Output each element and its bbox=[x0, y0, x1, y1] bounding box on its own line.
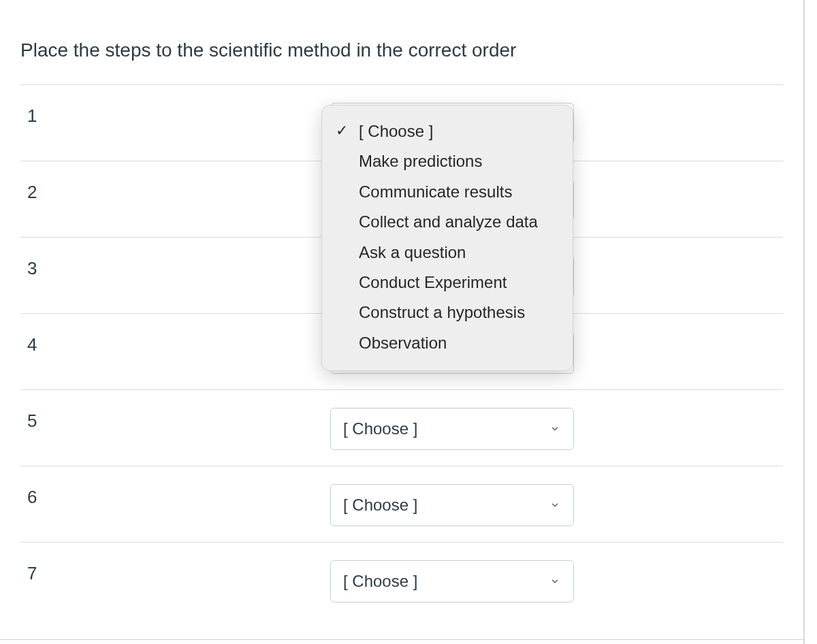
dropdown-option[interactable]: Observation bbox=[322, 328, 573, 358]
question-container: Place the steps to the scientific method… bbox=[0, 0, 805, 644]
dropdown-option[interactable]: Communicate results bbox=[322, 177, 573, 207]
dropdown-option[interactable]: Make predictions bbox=[322, 146, 573, 176]
row-label: 7 bbox=[20, 543, 330, 584]
dropdown-option[interactable]: Collect and analyze data bbox=[322, 207, 573, 237]
chevron-down-icon bbox=[549, 499, 561, 511]
chevron-down-icon bbox=[549, 423, 561, 435]
dropdown-option[interactable]: Ask a question bbox=[322, 238, 573, 268]
select-wrapper: [ Choose ] bbox=[330, 466, 574, 526]
answer-select[interactable]: [ Choose ] bbox=[330, 408, 574, 450]
row-label: 4 bbox=[20, 314, 330, 355]
select-wrapper: [ Choose ] bbox=[330, 543, 574, 602]
matching-row: 7 [ Choose ] bbox=[20, 542, 783, 618]
row-label: 5 bbox=[20, 390, 330, 432]
row-label: 3 bbox=[20, 238, 330, 279]
dropdown-option[interactable]: Conduct Experiment bbox=[322, 268, 573, 297]
answer-select[interactable]: [ Choose ] bbox=[330, 560, 574, 602]
row-label: 1 bbox=[20, 85, 330, 127]
row-label: 6 bbox=[20, 466, 330, 508]
matching-row: 5 [ Choose ] bbox=[20, 389, 783, 466]
matching-row: 6 [ Choose ] bbox=[20, 466, 783, 542]
chevron-down-icon bbox=[549, 575, 561, 587]
question-prompt: Place the steps to the scientific method… bbox=[0, 0, 803, 84]
dropdown-option[interactable]: Construct a hypothesis bbox=[322, 297, 573, 327]
row-label: 2 bbox=[20, 161, 330, 203]
dropdown-option[interactable]: [ Choose ] bbox=[322, 116, 573, 146]
answer-select[interactable]: [ Choose ] bbox=[330, 484, 574, 526]
select-value: [ Choose ] bbox=[343, 419, 549, 438]
divider bbox=[0, 639, 803, 640]
dropdown-panel[interactable]: [ Choose ] Make predictions Communicate … bbox=[321, 105, 573, 371]
select-value: [ Choose ] bbox=[343, 496, 549, 515]
select-wrapper: [ Choose ] bbox=[330, 390, 574, 450]
select-value: [ Choose ] bbox=[343, 572, 549, 591]
